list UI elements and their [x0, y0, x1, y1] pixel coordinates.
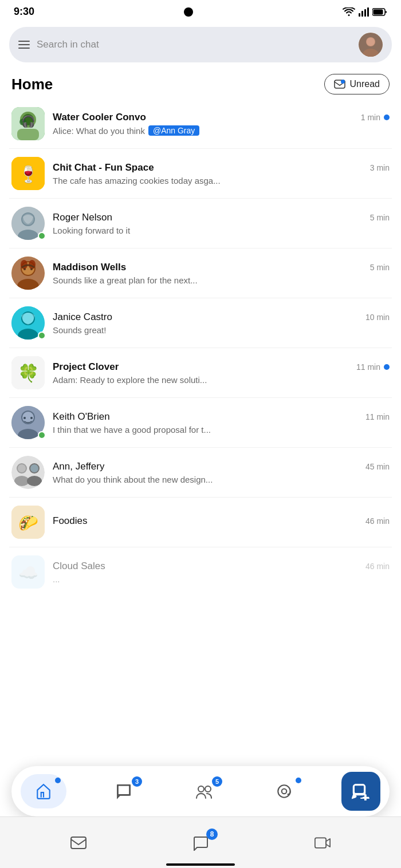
- svg-text:☁️: ☁️: [18, 563, 38, 582]
- nav-item-mentions[interactable]: [261, 774, 307, 808]
- chat-time: 5 min: [370, 263, 390, 272]
- search-container: Search in chat: [0, 21, 401, 67]
- unread-indicator: [384, 364, 390, 370]
- chat-content: Chit Chat - Fun Space 3 min The cafe has…: [53, 162, 390, 186]
- list-item[interactable]: Keith O'Brien 11 min I thin that we have…: [9, 398, 392, 448]
- list-item[interactable]: 🍷 Chit Chat - Fun Space 3 min The cafe h…: [9, 149, 392, 199]
- svg-rect-0: [359, 13, 360, 17]
- user-avatar: [359, 33, 383, 57]
- messages-badge: 8: [206, 828, 218, 840]
- camera-dot: [184, 7, 193, 17]
- chat-time: 45 min: [365, 462, 390, 471]
- home-nav-icon: [35, 783, 52, 800]
- camera-area: [184, 7, 193, 17]
- chat-name: Maddison Wells: [53, 262, 126, 273]
- status-icons: [343, 7, 387, 17]
- team-nav-icon: [195, 783, 213, 800]
- mail-tab[interactable]: [56, 828, 101, 857]
- avatar: 🎧: [11, 107, 45, 140]
- svg-point-59: [282, 789, 287, 794]
- svg-rect-2: [364, 9, 366, 17]
- chat-content: Keith O'Brien 11 min I thin that we have…: [53, 411, 390, 435]
- svg-point-48: [27, 476, 42, 486]
- svg-text:🍀: 🍀: [18, 363, 40, 384]
- chat-content: Project Clover 11 min Adam: Ready to exp…: [53, 361, 390, 385]
- svg-text:🎧: 🎧: [21, 115, 36, 128]
- online-indicator: [38, 431, 46, 439]
- list-item[interactable]: 🍀 Project Clover 11 min Adam: Ready to e…: [9, 348, 392, 398]
- chat-name: Water Cooler Convo: [53, 112, 146, 123]
- video-tab[interactable]: [300, 828, 345, 857]
- list-item[interactable]: ☁️ Cloud Sales 46 min ...: [9, 547, 392, 597]
- online-indicator: [38, 332, 46, 340]
- chat-preview: Sounds like a great plan for the next...: [53, 275, 390, 285]
- chat-badge: 3: [132, 776, 142, 787]
- team-badge: 5: [212, 776, 222, 787]
- chat-preview: Alice: What do you think @Ann Gray: [53, 125, 390, 136]
- bottom-bar: 8: [0, 816, 401, 868]
- avatar: 🍷: [11, 157, 45, 190]
- svg-point-9: [367, 38, 375, 46]
- status-bar: 9:30: [0, 0, 401, 21]
- flag-chat-icon: [192, 835, 209, 851]
- chat-time: 11 min: [365, 412, 390, 421]
- nav-item-team[interactable]: 5: [181, 774, 227, 808]
- list-item[interactable]: Ann, Jeffery 45 min What do you think ab…: [9, 448, 392, 498]
- chat-content: Ann, Jeffery 45 min What do you think ab…: [53, 461, 390, 484]
- video-icon: [314, 835, 331, 851]
- list-item[interactable]: Roger Nelson 5 min Looking forward to it: [9, 199, 392, 248]
- list-item[interactable]: Janice Castro 10 min Sounds great!: [9, 298, 392, 348]
- chat-preview: ...: [53, 574, 390, 584]
- wifi-icon: [343, 7, 355, 17]
- chat-time: 11 min: [356, 362, 390, 372]
- chat-content: Roger Nelson 5 min Looking forward to it: [53, 212, 390, 235]
- svg-rect-5: [374, 9, 383, 14]
- avatar: ☁️: [11, 555, 45, 589]
- home-active-dot: [55, 778, 61, 783]
- svg-point-49: [18, 464, 26, 472]
- list-item[interactable]: 🌮 Foodies 46 min: [9, 498, 392, 547]
- bottom-nav-popup: 3 5: [11, 766, 390, 816]
- chat-name: Chit Chat - Fun Space: [53, 162, 154, 173]
- list-item[interactable]: 🎧 Water Cooler Convo 1 min Alice: What d…: [9, 99, 392, 149]
- svg-point-42: [23, 417, 26, 419]
- compose-button[interactable]: [341, 772, 380, 811]
- page-title: Home: [11, 76, 53, 93]
- svg-rect-67: [315, 838, 326, 848]
- battery-icon: [372, 8, 387, 16]
- chat-preview: I thin that we have a good proposal for …: [53, 425, 390, 435]
- chat-name: Cloud Sales: [53, 561, 105, 572]
- chat-name: Roger Nelson: [53, 212, 112, 223]
- chat-content: Foodies 46 min: [53, 515, 390, 529]
- chat-preview: Looking forward to it: [53, 226, 390, 235]
- chat-time: 5 min: [370, 213, 390, 222]
- svg-rect-3: [367, 7, 369, 17]
- nav-item-chat[interactable]: 3: [101, 774, 147, 808]
- avatar: 🍀: [11, 356, 45, 389]
- chat-preview: What do you think about the new design..…: [53, 475, 390, 484]
- svg-rect-11: [341, 80, 345, 84]
- home-indicator: [166, 863, 235, 866]
- chat-time: 46 min: [365, 562, 390, 571]
- search-bar[interactable]: Search in chat: [9, 27, 392, 62]
- chat-content: Cloud Sales 46 min ...: [53, 561, 390, 584]
- chat-preview: The cafe has amazing cookies today asga.…: [53, 176, 390, 186]
- svg-rect-15: [17, 129, 39, 140]
- nav-item-home[interactable]: [21, 774, 66, 808]
- svg-point-43: [30, 417, 33, 419]
- svg-point-56: [198, 786, 204, 792]
- hamburger-menu-icon[interactable]: [18, 41, 30, 49]
- chat-content: Water Cooler Convo 1 min Alice: What do …: [53, 112, 390, 136]
- mentions-nav-icon: [276, 783, 293, 800]
- svg-point-58: [278, 785, 290, 797]
- search-placeholder: Search in chat: [37, 39, 352, 50]
- user-avatar-container[interactable]: [359, 33, 383, 57]
- svg-text:🌮: 🌮: [18, 514, 38, 532]
- status-time: 9:30: [14, 6, 34, 18]
- messages-tab[interactable]: 8: [178, 828, 223, 857]
- list-item[interactable]: Maddison Wells 5 min Sounds like a great…: [9, 248, 392, 298]
- unread-button[interactable]: Unread: [324, 74, 390, 94]
- signal-icon: [359, 7, 369, 17]
- svg-rect-1: [361, 11, 363, 17]
- chat-name: Project Clover: [53, 361, 119, 373]
